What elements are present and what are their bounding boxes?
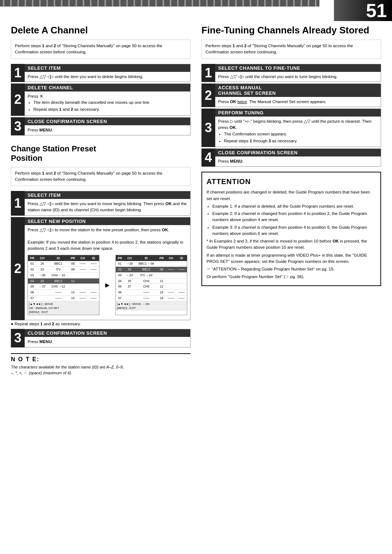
attention-extra1: If an attempt is made at timer programmi… bbox=[207, 252, 376, 265]
attention-title: Attention bbox=[207, 176, 376, 187]
finetune-step-2-content: Access ManualChannel Set Screen Press OK… bbox=[215, 83, 381, 107]
finetune-step-number-3: 3 bbox=[201, 109, 215, 147]
note-section: N O T E: The characters available for th… bbox=[11, 353, 191, 376]
decorative-top-bar bbox=[0, 0, 319, 7]
change-step-3: 3 Close Confirmation Screen Press MENU. bbox=[11, 329, 191, 347]
finetune-step-4-content: Close Confirmation Screen Press MENU. bbox=[215, 148, 381, 167]
finetune-step-2-header: Access ManualChannel Set Screen bbox=[215, 84, 381, 97]
change-step-3-body: Press MENU. bbox=[25, 337, 190, 347]
page-number: 51 bbox=[366, 1, 387, 20]
step-3-body: Press MENU. bbox=[25, 125, 190, 135]
finetune-step-number-2: 2 bbox=[201, 83, 215, 107]
step-1-content: Select Item Press △▽ ◁▷ until the item y… bbox=[25, 64, 191, 82]
attention-bullet-1: Example 1: If a channel is deleted, all … bbox=[212, 203, 376, 209]
step-1-header: Select Item bbox=[25, 64, 190, 72]
attention-extra3: Or perform "Guide Program Number Set" (☞… bbox=[207, 274, 376, 280]
delete-step-2: 2 Delete Channel Press ✕. The item direc… bbox=[11, 83, 191, 116]
attention-intro: If channel positions are changed or dele… bbox=[207, 189, 376, 202]
attention-box: Attention If channel positions are chang… bbox=[201, 172, 381, 286]
step-number-1: 1 bbox=[11, 64, 25, 82]
delete-channel-title: Delete A Channel bbox=[11, 25, 191, 36]
finetune-step-number-4: 4 bbox=[201, 148, 215, 167]
change-step-3-header: Close Confirmation Screen bbox=[25, 329, 190, 337]
finetune-step-2-body: Press OK twice. The Manual Channel Set s… bbox=[215, 97, 381, 107]
change-step-1: 1 Select Item Press △▽ ◁▷ until the item… bbox=[11, 191, 191, 216]
note-title: N O T E: bbox=[11, 356, 191, 363]
change-step-number-1: 1 bbox=[11, 191, 25, 216]
finetuning-title: Fine-Tuning Channels Already Stored bbox=[201, 25, 381, 36]
attention-star-note: * In Examples 2 and 3, if the channel is… bbox=[207, 238, 376, 251]
finetune-step-number-1: 1 bbox=[201, 64, 215, 82]
change-step-number-3: 3 bbox=[11, 329, 25, 347]
change-station-title: Change Station PresetPosition bbox=[11, 144, 191, 163]
change-step-3-content: Close Confirmation Screen Press MENU. bbox=[25, 329, 191, 347]
finetune-step-3-body: Press ▷ until "+/–" begins blinking, the… bbox=[215, 117, 381, 147]
delete-channel-intro: Perform steps 1 and 2 of "Storing Channe… bbox=[11, 40, 191, 59]
change-step-2-header: Select New Position bbox=[25, 217, 190, 225]
step-1-body: Press △▽ ◁▷ until the item you want to d… bbox=[25, 72, 190, 82]
change-step-2-content: Select New Position Press △▽ ◁▷ to move … bbox=[25, 217, 191, 321]
step-3-header: Close Confirmation Screen bbox=[25, 118, 190, 125]
finetune-step-3: 3 Perform Tuning Press ▷ until "+/–" beg… bbox=[201, 109, 381, 147]
left-column: Delete A Channel Perform steps 1 and 2 o… bbox=[11, 25, 191, 376]
step-2-header: Delete Channel bbox=[25, 84, 190, 91]
finetune-step-1-content: Select Channel To Fine-Tune Press △▽ ◁▷ … bbox=[215, 64, 381, 82]
table-before-footer: [▲▼◄►] : MOVE OK : MANUAL CH SET [MENU] … bbox=[28, 301, 99, 315]
channel-table-before: PRCHIDPRCHID 0126BBC108———— 0223ITV09———… bbox=[28, 255, 99, 315]
channel-tables: PRCHIDPRCHID 0126BBC108———— 0223ITV09———… bbox=[28, 255, 187, 315]
finetune-step-4-header: Close Confirmation Screen bbox=[215, 149, 381, 156]
finetune-step-1-header: Select Channel To Fine-Tune bbox=[215, 64, 381, 72]
change-step-number-2: 2 bbox=[11, 217, 25, 321]
step-2-body: Press ✕. The item directly beneath the c… bbox=[25, 91, 190, 115]
repeat-note: ● Repeat steps 1 and 2 as necessary. bbox=[11, 322, 191, 326]
step-2-content: Delete Channel Press ✕. The item directl… bbox=[25, 83, 191, 116]
attention-bullets: Example 1: If a channel is deleted, all … bbox=[207, 203, 376, 237]
change-step-1-content: Select Item Press △▽ ◁▷ until the item y… bbox=[25, 191, 191, 216]
note-text: The characters available for the station… bbox=[11, 364, 191, 376]
change-step-1-body: Press △▽ ◁▷ until the item you want to m… bbox=[25, 199, 190, 215]
finetune-step-1: 1 Select Channel To Fine-Tune Press △▽ ◁… bbox=[201, 64, 381, 82]
finetune-step-3-content: Perform Tuning Press ▷ until "+/–" begin… bbox=[215, 109, 381, 147]
change-step-2: 2 Select New Position Press △▽ ◁▷ to mov… bbox=[11, 217, 191, 321]
finetune-step-3-header: Perform Tuning bbox=[215, 109, 381, 117]
page-number-bar: 51 bbox=[334, 0, 392, 21]
step-3-content: Close Confirmation Screen Press MENU. bbox=[25, 117, 191, 135]
channel-table-after: PRCHIDPRCHID 01→26BBC1 ←08 0233BBC209———… bbox=[115, 255, 187, 315]
table-after-footer: [▲▼◄►] : MOVE → OK [MENU] : EXIT bbox=[116, 301, 187, 311]
finetune-step-2: 2 Access ManualChannel Set Screen Press … bbox=[201, 83, 381, 107]
finetune-step-4: 4 Close Confirmation Screen Press MENU. bbox=[201, 148, 381, 167]
finetuning-intro: Perform steps 1 and 2 of "Storing Channe… bbox=[201, 40, 381, 59]
change-station-intro: Perform steps 1 and 2 of "Storing Channe… bbox=[11, 167, 191, 186]
attention-bullet-3: Example 3: If a channel is changed from … bbox=[212, 224, 376, 237]
right-column: Fine-Tuning Channels Already Stored Perf… bbox=[201, 25, 381, 376]
finetune-step-4-body: Press MENU. bbox=[215, 156, 381, 166]
step-number-2: 2 bbox=[11, 83, 25, 116]
change-step-1-header: Select Item bbox=[25, 191, 190, 199]
step-number-3: 3 bbox=[11, 117, 25, 135]
table-arrow: ► bbox=[102, 255, 113, 315]
delete-step-1: 1 Select Item Press △▽ ◁▷ until the item… bbox=[11, 64, 191, 82]
delete-step-3: 3 Close Confirmation Screen Press MENU. bbox=[11, 117, 191, 135]
finetune-step-1-body: Press △▽ ◁▷ until the channel you want t… bbox=[215, 72, 381, 82]
attention-bullet-2: Example 2: If a channel is changed from … bbox=[212, 211, 376, 223]
attention-extra2: ☞ "ATTENTION – Regarding Guide Program N… bbox=[207, 266, 376, 272]
change-step-2-body: Press △▽ ◁▷ to move the station to the n… bbox=[25, 225, 190, 320]
